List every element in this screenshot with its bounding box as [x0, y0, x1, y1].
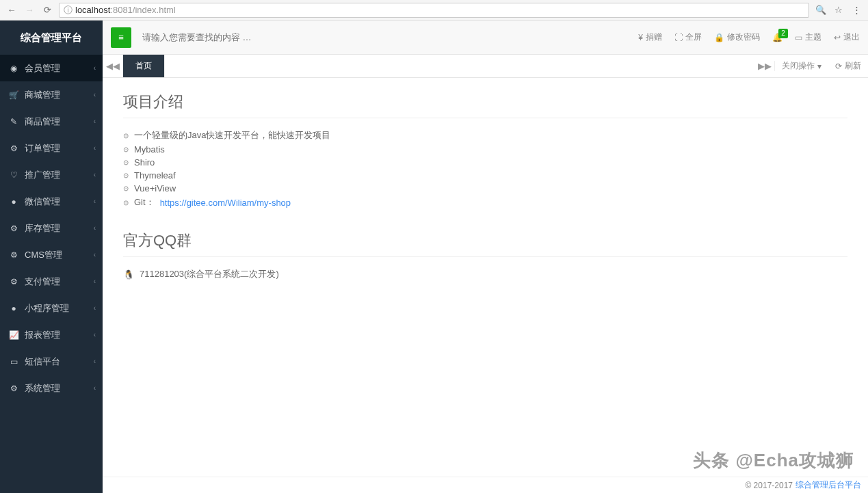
- sidebar-item-label: 小程序管理: [25, 302, 69, 315]
- menu-toggle-button[interactable]: ≡: [111, 27, 131, 48]
- sidebar-item-label: 库存管理: [25, 222, 60, 235]
- password-button[interactable]: 🔒 修改密码: [714, 31, 760, 43]
- star-icon[interactable]: ☆: [832, 4, 845, 16]
- list-text: Vue+iView: [134, 183, 176, 194]
- sidebar-item-system[interactable]: ⚙ 系统管理 ‹: [0, 375, 103, 401]
- expand-icon: ⛶: [674, 33, 683, 42]
- sidebar-item-order[interactable]: ⚙ 订单管理 ‹: [0, 135, 103, 161]
- menu-icon[interactable]: ⋮: [850, 4, 863, 16]
- git-link[interactable]: https://gitee.com/Wiliam/my-shop: [160, 198, 291, 208]
- refresh-button[interactable]: ⟳ 刷新: [828, 60, 868, 72]
- action-label: 捐赠: [646, 31, 662, 43]
- chevron-left-icon: ‹: [94, 224, 96, 232]
- chevron-left-icon: ‹: [94, 198, 96, 205]
- sidebar-item-label: 商城管理: [25, 89, 60, 101]
- sidebar-item-label: 订单管理: [25, 142, 60, 155]
- bullet-icon: ⊙: [123, 172, 129, 179]
- sidebar-item-label: 商品管理: [25, 116, 60, 128]
- list-item: ⊙Vue+iView: [123, 182, 847, 195]
- logout-button[interactable]: ↩ 退出: [834, 31, 860, 43]
- sidebar-item-label: 推广管理: [25, 169, 60, 181]
- section-title-qq: 官方QQ群: [123, 230, 847, 251]
- close-ops-button[interactable]: 关闭操作▾: [775, 60, 828, 72]
- fullscreen-button[interactable]: ⛶ 全屏: [674, 31, 702, 43]
- gear-icon: ⚙: [8, 384, 19, 393]
- sidebar-item-report[interactable]: 📈 报表管理 ‹: [0, 321, 103, 348]
- divider: [123, 256, 847, 257]
- action-label: 主题: [805, 31, 821, 43]
- monitor-icon: ▭: [8, 357, 19, 367]
- footer-link[interactable]: 综合管理后台平台: [795, 479, 861, 491]
- gear-icon: ⚙: [8, 277, 19, 287]
- header-bar: ≡ ¥ 捐赠 ⛶ 全屏 🔒 修改密码 🔔 2: [103, 21, 868, 55]
- chevron-left-icon: ‹: [94, 384, 96, 392]
- gear-icon: ⚙: [8, 144, 19, 153]
- sidebar-item-pay[interactable]: ⚙ 支付管理 ‹: [0, 268, 103, 295]
- list-text: Mybatis: [134, 144, 165, 155]
- url-host: localhost: [75, 5, 110, 15]
- list-item: ⊙Shiro: [123, 156, 847, 169]
- tab-next-button[interactable]: ▶▶: [754, 61, 775, 71]
- footer: © 2017-2017 综合管理后台平台: [103, 477, 868, 493]
- url-rest: :8081/index.html: [110, 5, 175, 15]
- notification-button[interactable]: 🔔 2: [772, 33, 782, 42]
- sidebar-item-label: 微信管理: [25, 196, 60, 208]
- action-label: 关闭操作: [782, 60, 815, 72]
- back-button[interactable]: ←: [5, 4, 18, 16]
- chat-icon: ●: [8, 197, 19, 206]
- bullet-icon: ⊙: [123, 159, 129, 166]
- sidebar-item-label: 支付管理: [25, 276, 60, 288]
- sidebar-item-label: 会员管理: [25, 62, 60, 75]
- reload-button[interactable]: ⟳: [41, 4, 53, 16]
- chat-icon: ●: [8, 304, 19, 313]
- bullet-icon: ⊙: [123, 199, 129, 206]
- sidebar-item-wechat[interactable]: ● 微信管理 ‹: [0, 188, 103, 215]
- list-text: 一个轻量级的Java快速开发平台，能快速开发项目: [134, 129, 330, 142]
- chevron-left-icon: ‹: [94, 278, 96, 285]
- search-input[interactable]: [142, 27, 627, 48]
- sidebar-item-member[interactable]: ◉ 会员管理 ‹: [0, 55, 103, 81]
- sidebar-item-stock[interactable]: ⚙ 库存管理 ‹: [0, 215, 103, 241]
- sidebar: 综合管理平台 ◉ 会员管理 ‹ 🛒 商城管理 ‹ ✎ 商品管理 ‹ ⚙ 订单管理…: [0, 21, 103, 493]
- list-text: Thymeleaf: [134, 170, 176, 181]
- list-item: 🐧711281203(综合平台系统二次开发): [123, 267, 847, 282]
- caret-down-icon: ▾: [817, 62, 821, 71]
- sidebar-item-product[interactable]: ✎ 商品管理 ‹: [0, 108, 103, 135]
- sidebar-title: 综合管理平台: [0, 21, 103, 55]
- sidebar-item-sms[interactable]: ▭ 短信平台 ‹: [0, 348, 103, 375]
- sidebar-item-miniprogram[interactable]: ● 小程序管理 ‹: [0, 295, 103, 321]
- sidebar-item-promo[interactable]: ♡ 推广管理 ‹: [0, 161, 103, 188]
- sidebar-item-cms[interactable]: ⚙ CMS管理 ‹: [0, 241, 103, 268]
- action-label: 修改密码: [727, 31, 760, 43]
- refresh-icon: ⟳: [835, 62, 842, 71]
- action-label: 退出: [843, 31, 860, 43]
- theme-button[interactable]: ▭ 主题: [795, 31, 821, 43]
- sidebar-item-label: 短信平台: [25, 356, 60, 368]
- bullet-icon: ⊙: [123, 146, 129, 153]
- qq-text: 711281203(综合平台系统二次开发): [140, 268, 279, 280]
- tab-prev-button[interactable]: ◀◀: [103, 55, 123, 77]
- chevron-left-icon: ‹: [94, 118, 96, 125]
- divider: [123, 118, 847, 118]
- chevron-left-icon: ‹: [94, 358, 96, 365]
- sidebar-item-label: 报表管理: [25, 329, 60, 341]
- copyright: © 2017-2017: [745, 481, 793, 490]
- gear-icon: ⚙: [8, 224, 19, 233]
- sidebar-item-mall[interactable]: 🛒 商城管理 ‹: [0, 81, 103, 108]
- search-icon[interactable]: 🔍: [815, 4, 827, 16]
- bullet-icon: ⊙: [123, 185, 129, 192]
- monitor-icon: ▭: [795, 33, 802, 42]
- list-item: ⊙一个轻量级的Java快速开发平台，能快速开发项目: [123, 128, 847, 143]
- chevron-left-icon: ‹: [94, 91, 96, 98]
- list-item: ⊙Mybatis: [123, 143, 847, 156]
- url-bar[interactable]: ⓘ localhost :8081/index.html: [59, 3, 809, 18]
- forward-button[interactable]: →: [23, 4, 36, 16]
- qq-list: 🐧711281203(综合平台系统二次开发): [123, 267, 847, 282]
- tab-home[interactable]: 首页: [123, 55, 165, 77]
- main-area: ≡ ¥ 捐赠 ⛶ 全屏 🔒 修改密码 🔔 2: [103, 21, 868, 493]
- browser-toolbar: ← → ⟳ ⓘ localhost :8081/index.html 🔍 ☆ ⋮: [0, 0, 868, 21]
- chevron-left-icon: ‹: [94, 64, 96, 72]
- section-title-intro: 项目介绍: [123, 92, 847, 112]
- donate-button[interactable]: ¥ 捐赠: [638, 31, 662, 43]
- info-icon: ⓘ: [64, 4, 73, 16]
